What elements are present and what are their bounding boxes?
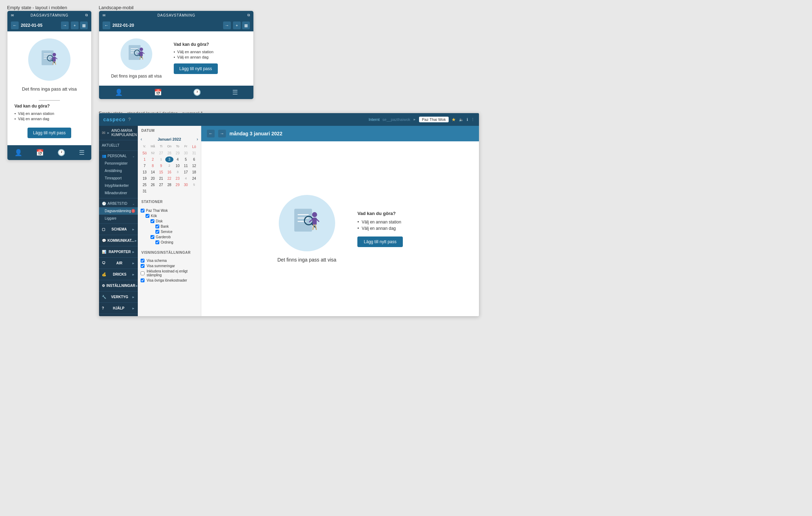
- sidebar-casperui[interactable]: ⚙ CASPER UI: [99, 315, 138, 316]
- landscape-add-pass-button[interactable]: Lägg till nytt pass: [174, 63, 218, 74]
- cal-day-2[interactable]: 2: [149, 156, 156, 162]
- sidebar-liggare[interactable]: Liggare: [99, 215, 138, 222]
- sidebar-dricks[interactable]: 💰 DRICKS ►: [99, 270, 138, 278]
- sidebar-arbetstid-header[interactable]: 🕐 ARBETSTID ⌄: [99, 200, 138, 207]
- main-prev-button[interactable]: ←: [207, 130, 215, 137]
- desktop-add-button[interactable]: Lägg till nytt pass: [357, 236, 403, 247]
- cal-day-31[interactable]: 31: [141, 188, 148, 194]
- cal-day-21[interactable]: 21: [157, 176, 165, 182]
- speaker-icon[interactable]: 🔈: [459, 117, 464, 122]
- cal-day-19[interactable]: 19: [141, 176, 148, 182]
- cal-day-16[interactable]: 16: [165, 169, 173, 175]
- cal-day-28a[interactable]: 28: [165, 150, 173, 156]
- cal-day-18[interactable]: 18: [190, 169, 198, 175]
- cal-day-24[interactable]: 24: [190, 176, 198, 182]
- store-selector[interactable]: Paz Thai Wok: [419, 117, 449, 122]
- station-bank-checkbox[interactable]: [155, 225, 159, 228]
- cal-day-31a[interactable]: 31: [190, 150, 198, 156]
- info-icon[interactable]: ℹ: [467, 117, 468, 122]
- station-disk-checkbox[interactable]: [150, 219, 154, 223]
- sidebar-kommunikat[interactable]: 💬 KOMMUNIKAT... ►: [99, 236, 138, 245]
- prev-date-button[interactable]: ←: [11, 22, 19, 29]
- cal-day-12[interactable]: 12: [190, 163, 198, 169]
- cal-day-28b[interactable]: 28: [165, 182, 173, 188]
- sidebar-verktyg[interactable]: 🔧 VERKTYG ►: [99, 293, 138, 301]
- sidebar-personregister[interactable]: Personregister: [99, 160, 138, 167]
- cal-next-button[interactable]: ›: [197, 137, 198, 142]
- main-next-button[interactable]: →: [218, 130, 226, 137]
- cal-day-23[interactable]: 23: [174, 176, 182, 182]
- visning-summeringar-checkbox[interactable]: [141, 264, 144, 268]
- cal-day-9[interactable]: 9: [157, 163, 165, 169]
- cal-day-17[interactable]: 17: [182, 169, 190, 175]
- sidebar-dagsavstamning[interactable]: Dagsavstämning !: [99, 207, 138, 215]
- cal-day-30a[interactable]: 30: [182, 150, 190, 156]
- landscape-person-icon[interactable]: 👤: [115, 88, 123, 96]
- cal-day-3[interactable]: 3: [165, 156, 173, 162]
- expand-icon[interactable]: ⧉: [85, 13, 88, 17]
- sidebar-anstallning[interactable]: Anställning: [99, 167, 138, 174]
- calendar-nav-icon[interactable]: 📅: [36, 149, 44, 156]
- landscape-prev-button[interactable]: ←: [103, 22, 110, 29]
- cal-day-29a[interactable]: 29: [174, 150, 182, 156]
- mail-icon[interactable]: ✉: [11, 13, 14, 17]
- filter-button[interactable]: ▦: [80, 22, 88, 29]
- cal-day-13[interactable]: 13: [141, 169, 148, 175]
- add-pass-button[interactable]: Lägg till nytt pass: [27, 128, 72, 138]
- sidebar-installningar[interactable]: ⚙ INSTÄLLNINGAR ►: [99, 282, 138, 290]
- landscape-clock-icon[interactable]: 🕐: [193, 88, 201, 96]
- cal-day-6[interactable]: 6: [190, 156, 198, 162]
- add-button[interactable]: +: [71, 22, 79, 29]
- sidebar-mail-icon[interactable]: ✉: [102, 130, 105, 135]
- sidebar-manadsrutiner[interactable]: Månadsrutiner: [99, 189, 138, 197]
- sidebar-personal-header[interactable]: 👥 PERSONAL ⌄: [99, 152, 138, 160]
- cal-day-11[interactable]: 11: [182, 163, 190, 169]
- cal-day-15[interactable]: 15: [157, 169, 165, 175]
- cal-day-14[interactable]: 14: [149, 169, 156, 175]
- cal-prev-button[interactable]: ‹: [141, 137, 142, 142]
- visning-kostnad-checkbox[interactable]: [141, 271, 144, 275]
- visning-lonekostnader-checkbox[interactable]: [141, 278, 144, 282]
- station-ordning-checkbox[interactable]: [155, 240, 159, 244]
- landscape-filter-button[interactable]: ▦: [242, 22, 250, 29]
- dots-icon[interactable]: ⋮: [471, 117, 475, 122]
- sidebar-aktuellt[interactable]: AKTUELLT: [99, 142, 138, 149]
- landscape-menu-icon[interactable]: ☰: [232, 88, 238, 96]
- menu-nav-icon[interactable]: ☰: [79, 149, 85, 156]
- next-date-button[interactable]: →: [61, 22, 69, 29]
- cal-day-20[interactable]: 20: [149, 176, 156, 182]
- cal-day-10[interactable]: 10: [174, 163, 182, 169]
- sidebar-arrow-icon[interactable]: ►: [107, 131, 110, 135]
- cal-day-25[interactable]: 25: [141, 182, 148, 188]
- station-kok-checkbox[interactable]: [146, 214, 149, 218]
- landscape-calendar-icon[interactable]: 📅: [154, 88, 162, 96]
- sidebar-intyg[interactable]: Intyg/blanketter: [99, 182, 138, 189]
- cal-day-30[interactable]: 30: [182, 182, 190, 188]
- sidebar-rapporter[interactable]: 📊 RAPPORTER ►: [99, 248, 138, 256]
- expand-icon-landscape[interactable]: ⧉: [247, 13, 250, 17]
- cal-day-27b[interactable]: 27: [157, 182, 165, 188]
- sidebar-hjalp[interactable]: ? HJÄLP ►: [99, 304, 138, 312]
- cal-day-7[interactable]: 7: [141, 163, 148, 169]
- cal-day-26[interactable]: 26: [149, 182, 156, 188]
- clock-nav-icon[interactable]: 🕐: [57, 149, 65, 156]
- landscape-add-button[interactable]: +: [233, 22, 241, 29]
- cal-day-4[interactable]: 4: [174, 156, 182, 162]
- visning-schema-checkbox[interactable]: [141, 259, 144, 263]
- sidebar-air[interactable]: 🗨 AIR ►: [99, 259, 138, 267]
- cal-day-29[interactable]: 29: [174, 182, 182, 188]
- star-icon[interactable]: ★: [451, 117, 456, 122]
- sidebar-schema[interactable]: ▢ SCHEMA ►: [99, 225, 138, 233]
- station-pazthaikwok-checkbox[interactable]: [141, 209, 144, 213]
- cal-day-5[interactable]: 5: [182, 156, 190, 162]
- person-nav-icon[interactable]: 👤: [14, 149, 22, 156]
- mail-icon-landscape[interactable]: ✉: [103, 13, 105, 17]
- cal-day-22[interactable]: 22: [165, 176, 173, 182]
- station-garderob-checkbox[interactable]: [150, 235, 154, 239]
- help-icon[interactable]: ?: [128, 117, 131, 122]
- station-service-checkbox[interactable]: [155, 230, 159, 234]
- cal-day-1a[interactable]: 1: [141, 156, 148, 162]
- landscape-next-button[interactable]: →: [223, 22, 231, 29]
- sidebar-timrapport[interactable]: Timrapport: [99, 174, 138, 182]
- cal-day-8[interactable]: 8: [149, 163, 156, 169]
